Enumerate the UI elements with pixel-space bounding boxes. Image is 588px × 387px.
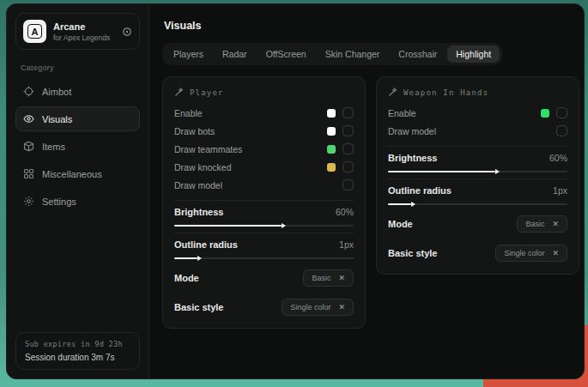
select-row-mode: Mode Basic ✕ xyxy=(388,214,567,234)
close-icon[interactable]: ✕ xyxy=(338,303,345,311)
box-icon xyxy=(23,141,34,152)
select-row-basic-style: Basic style Single color ✕ xyxy=(388,243,567,263)
slider-value: 60% xyxy=(336,207,354,217)
toggle-row-draw-bots: Draw bots xyxy=(174,122,354,140)
sidebar-item-label: Settings xyxy=(42,197,76,207)
checkbox[interactable] xyxy=(556,125,567,136)
color-swatch[interactable] xyxy=(327,145,336,154)
app-subtitle: for Apex Legends xyxy=(53,33,115,42)
toggle-row-enable: Enable xyxy=(174,104,354,122)
toggle-row-draw-knocked: Draw knocked xyxy=(174,158,354,176)
color-swatch[interactable] xyxy=(327,109,336,118)
select-chip[interactable]: Basic ✕ xyxy=(303,269,354,287)
checkbox[interactable] xyxy=(342,143,354,154)
select-label: Mode xyxy=(174,273,303,283)
toggle-label: Draw model xyxy=(174,180,342,190)
checkbox[interactable] xyxy=(342,107,354,118)
panel-title: Weapon In Hands xyxy=(403,88,488,97)
toggle-row-enable: Enable xyxy=(388,104,567,122)
checkbox[interactable] xyxy=(342,161,354,172)
close-icon[interactable]: ✕ xyxy=(552,249,559,257)
panels-container: Player Enable Draw bots Draw teammates xyxy=(162,76,579,329)
toggle-label: Enable xyxy=(174,108,327,118)
tab-radar[interactable]: Radar xyxy=(214,45,256,63)
divider xyxy=(174,233,354,233)
brand-text: Arcane for Apex Legends xyxy=(53,21,115,42)
slider-fill[interactable] xyxy=(388,171,495,172)
slider-fill[interactable] xyxy=(174,257,197,259)
sidebar-item-aimbot[interactable]: Aimbot xyxy=(15,79,140,104)
select-label: Basic style xyxy=(388,248,495,258)
sidebar-item-miscellaneous[interactable]: Miscellaneous xyxy=(15,161,140,186)
chip-value: Basic xyxy=(312,274,330,282)
chip-value: Single color xyxy=(290,303,330,311)
logo-letter: A xyxy=(27,24,42,39)
app-logo: A xyxy=(23,20,46,43)
toggle-label: Enable xyxy=(388,108,541,118)
checkbox[interactable] xyxy=(556,107,567,118)
sidebar-item-items[interactable]: Items xyxy=(15,134,140,159)
toggle-row-draw-model: Draw model xyxy=(388,122,567,140)
color-swatch[interactable] xyxy=(327,127,336,136)
toggle-row-draw-teammates: Draw teammates xyxy=(174,140,354,158)
slider-track[interactable] xyxy=(388,203,567,205)
sidebar-item-settings[interactable]: Settings xyxy=(15,189,140,214)
subscription-info: Sub expires in 9d 23h Session duration 3… xyxy=(15,332,140,370)
slider-outline-radius: Outline radius 1px xyxy=(388,185,567,205)
eye-icon xyxy=(23,113,34,124)
target-icon[interactable] xyxy=(122,27,132,37)
slider-label: Brightness xyxy=(388,153,549,163)
tab-offscreen[interactable]: OffScreen xyxy=(258,45,315,63)
panel-title: Player xyxy=(190,88,224,97)
slider-value: 1px xyxy=(339,239,354,250)
close-icon[interactable]: ✕ xyxy=(338,274,345,282)
app-title: Arcane xyxy=(53,21,115,32)
sub-expires-text: Sub expires in 9d 23h xyxy=(25,340,130,348)
page-title: Visuals xyxy=(164,20,579,32)
toggle-label: Draw teammates xyxy=(174,144,327,154)
sidebar-item-label: Items xyxy=(42,142,65,152)
toggle-row-draw-model: Draw model xyxy=(174,176,354,194)
slider-track[interactable] xyxy=(174,225,354,227)
slider-brightness: Brightness 60% xyxy=(388,153,567,172)
slider-value: 1px xyxy=(553,185,567,196)
select-chip[interactable]: Single color ✕ xyxy=(495,245,567,262)
slider-track[interactable] xyxy=(388,171,567,172)
session-duration-text: Session duration 3m 7s xyxy=(25,353,130,362)
slider-value: 60% xyxy=(549,153,567,163)
brand-card: A Arcane for Apex Legends xyxy=(15,13,140,50)
tab-skin-changer[interactable]: Skin Changer xyxy=(317,45,389,63)
close-icon[interactable]: ✕ xyxy=(552,220,559,228)
divider xyxy=(388,178,567,179)
select-label: Basic style xyxy=(174,302,282,312)
toggle-label: Draw model xyxy=(388,126,556,136)
select-chip[interactable]: Basic ✕ xyxy=(517,215,567,233)
toggle-label: Draw bots xyxy=(174,126,327,136)
panel-player-header: Player xyxy=(174,88,354,97)
color-swatch[interactable] xyxy=(541,109,549,118)
slider-track[interactable] xyxy=(174,257,354,259)
sidebar-item-visuals[interactable]: Visuals xyxy=(15,106,140,131)
crosshair-icon xyxy=(23,86,34,97)
select-row-mode: Mode Basic ✕ xyxy=(174,268,354,288)
panel-weapon-header: Weapon In Hands xyxy=(388,88,567,97)
slider-fill[interactable] xyxy=(174,225,282,227)
slider-outline-radius: Outline radius 1px xyxy=(174,239,354,259)
slider-fill[interactable] xyxy=(388,203,411,205)
select-row-basic-style: Basic style Single color ✕ xyxy=(174,297,354,317)
chip-value: Basic xyxy=(525,220,544,228)
tab-crosshair[interactable]: Crosshair xyxy=(390,45,446,63)
tab-highlight[interactable]: Highlight xyxy=(447,45,500,63)
slider-brightness: Brightness 60% xyxy=(174,207,354,227)
app-window: A Arcane for Apex Legends Category xyxy=(6,3,585,379)
sidebar-item-label: Visuals xyxy=(42,114,72,124)
checkbox[interactable] xyxy=(342,125,354,136)
tab-players[interactable]: Players xyxy=(165,45,212,63)
panel-weapon-in-hands: Weapon In Hands Enable Draw model xyxy=(376,76,579,275)
select-chip[interactable]: Single color ✕ xyxy=(282,299,354,316)
slider-label: Brightness xyxy=(174,207,336,217)
select-label: Mode xyxy=(388,219,517,229)
color-swatch[interactable] xyxy=(327,163,336,172)
checkbox[interactable] xyxy=(342,179,354,190)
category-label: Category xyxy=(21,63,140,72)
